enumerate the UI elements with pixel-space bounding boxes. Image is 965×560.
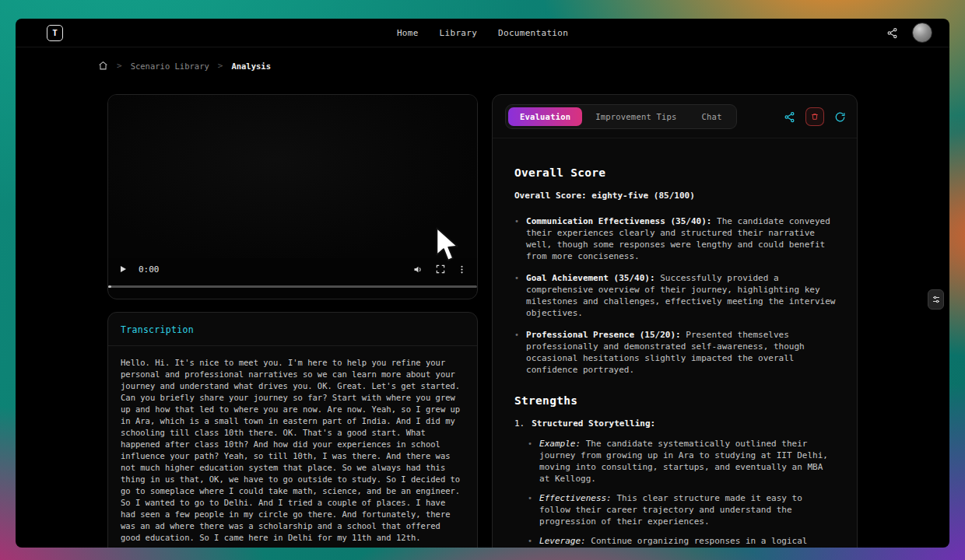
metric-label: Communication Effectiveness (35/40): <box>526 216 711 226</box>
fullscreen-icon[interactable] <box>435 264 446 275</box>
strength-point-label: Effectiveness: <box>539 493 612 503</box>
video-seekbar[interactable] <box>108 285 477 288</box>
overall-score-value: Overall Score: eighty-five (85/100) <box>514 191 838 201</box>
video-time: 0:00 <box>139 264 160 275</box>
strength-title-text: Structured Storytelling: <box>532 418 655 429</box>
video-player[interactable]: 0:00 <box>107 94 478 299</box>
tab-improvement-tips[interactable]: Improvement Tips <box>584 107 688 126</box>
nav-right <box>886 23 932 43</box>
left-column: 0:00 <box>107 94 478 548</box>
video-surface[interactable] <box>108 95 477 258</box>
main-nav: Home Library Documentation <box>397 28 568 38</box>
breadcrumb-item-analysis: Analysis <box>231 61 271 71</box>
metric-label: Goal Achievement (35/40): <box>526 273 655 283</box>
strength-point-text: The candidate systematically outlined th… <box>539 439 828 484</box>
main-content: 0:00 <box>107 94 858 548</box>
sliders-icon <box>932 292 941 307</box>
metric-label: Professional Presence (15/20): <box>526 330 681 340</box>
play-button[interactable] <box>118 264 128 274</box>
strength-point: Leverage: Continue organizing responses … <box>528 535 838 548</box>
video-menu-icon[interactable] <box>457 264 467 275</box>
strengths-heading: Strengths <box>514 394 838 407</box>
top-nav: T Home Library Documentation <box>16 19 949 47</box>
metric-item: Goal Achievement (35/40): Successfully p… <box>514 272 838 319</box>
panel-actions <box>784 107 846 126</box>
panel-tabbar: Evaluation Improvement Tips Chat <box>493 95 857 138</box>
breadcrumb-item-library[interactable]: Scenario Library <box>131 61 209 71</box>
breadcrumb: > Scenario Library > Analysis <box>98 61 949 71</box>
strength-point: Example: The candidate systematically ou… <box>528 438 838 485</box>
strength-item-title: 1. Structured Storytelling: <box>514 418 838 429</box>
strength-point-label: Leverage: <box>539 536 586 546</box>
breadcrumb-separator: > <box>117 61 122 71</box>
strength-number: 1. <box>514 418 525 429</box>
evaluation-panel: Evaluation Improvement Tips Chat <box>492 94 858 548</box>
transcription-text: Hello. Hi. It's nice to meet you. I'm he… <box>108 346 477 548</box>
nav-item-home[interactable]: Home <box>397 28 419 38</box>
refresh-icon[interactable] <box>834 111 846 123</box>
transcription-title: Transcription <box>108 313 477 346</box>
strength-point-label: Example: <box>539 439 581 449</box>
evaluation-content: Overall Score Overall Score: eighty-five… <box>493 138 857 548</box>
app-window: T Home Library Documentation > Scenario … <box>16 19 949 548</box>
overall-score-heading: Overall Score <box>514 166 838 179</box>
tab-group: Evaluation Improvement Tips Chat <box>505 104 737 129</box>
strength-point: Effectiveness: This clear structure made… <box>528 492 838 527</box>
nav-item-library[interactable]: Library <box>440 28 477 38</box>
volume-icon[interactable] <box>412 264 424 275</box>
video-controls: 0:00 <box>108 258 477 280</box>
tab-chat[interactable]: Chat <box>690 107 734 126</box>
share-evaluation-icon[interactable] <box>784 111 795 123</box>
metric-item: Professional Presence (15/20): Presented… <box>514 329 838 376</box>
nav-item-documentation[interactable]: Documentation <box>498 28 568 38</box>
user-avatar[interactable] <box>912 23 932 43</box>
app-logo[interactable]: T <box>47 25 63 41</box>
metric-item: Communication Effectiveness (35/40): The… <box>514 215 838 262</box>
home-icon[interactable] <box>98 61 108 71</box>
delete-icon[interactable] <box>805 107 824 126</box>
transcription-card: Transcription Hello. Hi. It's nice to me… <box>107 312 478 548</box>
breadcrumb-separator: > <box>218 61 223 71</box>
side-panel-toggle[interactable] <box>928 289 944 310</box>
share-icon[interactable] <box>886 27 898 39</box>
tab-evaluation[interactable]: Evaluation <box>508 107 582 126</box>
